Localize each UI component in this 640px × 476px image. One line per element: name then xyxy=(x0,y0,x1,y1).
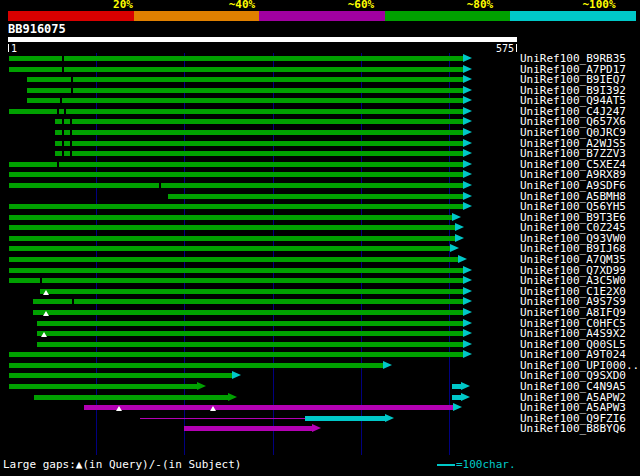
alignment-arrowhead-icon xyxy=(463,308,472,316)
alignment-rows-layer: UniRef100_B9RB35UniRef100_A7PD17UniRef10… xyxy=(0,0,640,476)
alignment-segment xyxy=(37,342,463,347)
alignment-arrowhead-icon xyxy=(463,117,472,125)
alignment-arrowhead-icon xyxy=(463,170,472,178)
alignment-arrowhead-icon xyxy=(463,340,472,348)
query-gap-marker-icon xyxy=(210,406,216,411)
scale-legend: =100char. xyxy=(437,459,516,471)
gaps-legend: Large gaps:▲(in Query)/-(in Subject) xyxy=(3,459,241,471)
alignment-arrowhead-icon xyxy=(463,86,472,94)
alignment-segment xyxy=(9,278,463,283)
subject-gap-tick xyxy=(40,278,42,283)
subject-label: UniRef100_B8BYQ6 xyxy=(520,423,626,434)
alignment-arrowhead-icon xyxy=(463,149,472,157)
subject-gap-tick xyxy=(62,56,64,61)
alignment-segment xyxy=(9,384,197,389)
alignment-arrowhead-icon xyxy=(463,128,472,136)
alignment-arrowhead-icon xyxy=(463,192,472,200)
alignment-segment xyxy=(184,426,312,431)
alignment-arrowhead-icon xyxy=(463,75,472,83)
alignment-segment xyxy=(9,257,458,262)
alignment-arrowhead-icon xyxy=(463,329,472,337)
subject-gap-tick xyxy=(62,141,64,146)
alignment-segment xyxy=(27,77,463,82)
alignment-arrowhead-icon xyxy=(461,393,470,401)
alignment-segment xyxy=(33,310,463,315)
alignment-segment xyxy=(55,151,463,156)
alignment-segment xyxy=(55,141,463,146)
alignment-segment xyxy=(452,395,461,400)
alignment-arrowhead-icon xyxy=(455,223,464,231)
alignment-arrowhead-icon xyxy=(463,139,472,147)
subject-gap-tick xyxy=(62,130,64,135)
alignment-arrowhead-icon xyxy=(383,361,392,369)
subject-gap-tick xyxy=(57,109,59,114)
alignment-segment xyxy=(27,98,463,103)
alignment-segment xyxy=(9,109,463,114)
query-gap-marker-icon xyxy=(43,290,49,295)
alignment-arrowhead-icon xyxy=(228,393,237,401)
alignment-arrowhead-icon xyxy=(461,382,470,390)
alignment-arrowhead-icon xyxy=(463,297,472,305)
alignment-segment xyxy=(84,405,453,410)
alignment-segment xyxy=(168,194,463,199)
subject-gap-tick xyxy=(159,183,161,188)
alignment-segment xyxy=(9,204,463,209)
alignment-arrowhead-icon xyxy=(463,266,472,274)
query-gap-marker-icon xyxy=(41,332,47,337)
alignment-arrowhead-icon xyxy=(463,54,472,62)
alignment-segment xyxy=(9,56,463,61)
subject-gap-tick xyxy=(72,299,74,304)
alignment-arrowhead-icon xyxy=(452,213,461,221)
alignment-segment xyxy=(27,88,463,93)
alignment-segment xyxy=(9,183,463,188)
alignment-arrowhead-icon xyxy=(385,414,394,422)
alignment-arrowhead-icon xyxy=(463,276,472,284)
subject-gap-tick xyxy=(57,162,59,167)
alignment-segment xyxy=(9,373,232,378)
subject-gap-tick xyxy=(70,119,72,124)
alignment-segment xyxy=(9,162,463,167)
alignment-segment xyxy=(305,416,385,421)
subject-gap-tick xyxy=(60,98,62,103)
alignment-arrowhead-icon xyxy=(232,371,241,379)
subject-gap-tick xyxy=(64,109,66,114)
alignment-arrowhead-icon xyxy=(463,319,472,327)
alignment-segment xyxy=(9,67,463,72)
alignment-segment xyxy=(9,246,450,251)
alignment-segment xyxy=(37,321,463,326)
alignment-arrowhead-icon xyxy=(463,65,472,73)
alignment-segment xyxy=(9,215,452,220)
alignment-segment xyxy=(9,225,455,230)
alignment-segment xyxy=(37,331,463,336)
alignment-segment xyxy=(55,130,463,135)
alignment-arrowhead-icon xyxy=(312,424,321,432)
alignment-segment xyxy=(452,384,461,389)
alignment-arrowhead-icon xyxy=(463,96,472,104)
alignment-segment xyxy=(9,352,463,357)
subject-gap-tick xyxy=(70,151,72,156)
subject-gap-tick xyxy=(71,77,73,82)
alignment-segment xyxy=(40,289,463,294)
alignment-arrowhead-icon xyxy=(463,107,472,115)
alignment-segment xyxy=(9,236,455,241)
alignment-arrowhead-icon xyxy=(463,287,472,295)
blast-graphic-overview: 20%~40%~60%~80%~100% BB916075 1 575 UniR… xyxy=(0,0,640,476)
subject-gap-tick xyxy=(70,141,72,146)
alignment-arrowhead-icon xyxy=(197,382,206,390)
query-gap-marker-icon xyxy=(116,406,122,411)
subject-gap-tick xyxy=(62,151,64,156)
alignment-arrowhead-icon xyxy=(463,181,472,189)
alignment-segment xyxy=(140,418,305,419)
subject-gap-tick xyxy=(62,119,64,124)
subject-gap-tick xyxy=(70,130,72,135)
alignment-segment xyxy=(55,119,463,124)
alignment-arrowhead-icon xyxy=(450,244,459,252)
alignment-arrowhead-icon xyxy=(458,255,467,263)
scale-legend-text: =100char. xyxy=(456,458,516,471)
alignment-arrowhead-icon xyxy=(463,160,472,168)
alignment-segment xyxy=(9,363,383,368)
alignment-arrowhead-icon xyxy=(453,403,462,411)
alignment-segment xyxy=(9,172,463,177)
subject-gap-tick xyxy=(71,88,73,93)
alignment-segment xyxy=(34,395,227,400)
